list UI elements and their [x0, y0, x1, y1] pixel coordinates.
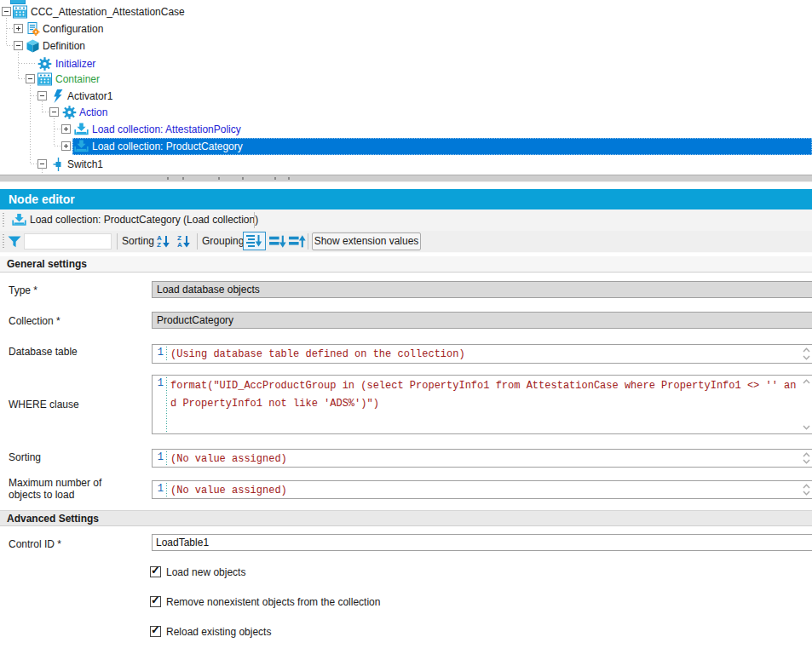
tree-row-root[interactable]: CCC_Attestation_AttestationCase [0, 3, 812, 20]
filter-input[interactable] [24, 233, 112, 250]
tree-row-initializer[interactable]: Initializer [0, 55, 812, 72]
max-objects-field[interactable]: 1 (No value assigned) [152, 480, 812, 499]
separator [117, 233, 118, 250]
sort-down-arrow-icon [163, 236, 170, 248]
panel-splitter[interactable] [0, 175, 812, 182]
tree-node-label: Switch1 [67, 156, 103, 173]
control-id-field[interactable]: LoadTable1 [152, 534, 812, 551]
tree-node-label: Definition [43, 37, 85, 55]
collapse-expander[interactable] [2, 7, 11, 16]
cube-icon [26, 39, 40, 53]
node-editor-tabstrip: Load collection: ProductCategory (Load c… [0, 209, 812, 231]
tree-node-label: Initializer [55, 55, 95, 72]
group-list-icon [245, 234, 262, 248]
advanced-settings-header: Advanced Settings [0, 510, 812, 526]
clipped-tree-row [288, 177, 290, 180]
type-label: Type * [9, 284, 37, 296]
database-table-field[interactable]: 1 (Using database table defined on the c… [152, 344, 812, 364]
load-collection-icon [12, 214, 26, 227]
tree-row-switch1[interactable]: Switch1 [0, 156, 812, 173]
general-settings-header: General settings [0, 256, 812, 273]
load-collection-icon [74, 140, 89, 153]
collapse-expander[interactable] [49, 107, 59, 117]
group-list-button-selected[interactable] [243, 232, 266, 250]
spin-up-icon[interactable] [803, 484, 810, 489]
collapse-expander[interactable] [14, 41, 23, 50]
scroll-up-icon[interactable] [803, 379, 810, 384]
sort-ascending-button[interactable]: AZ [157, 234, 176, 249]
gutter-separator [166, 451, 167, 465]
group-move-up-button[interactable] [288, 234, 306, 249]
toolbar-grip[interactable] [3, 234, 4, 249]
spin-down-icon[interactable] [803, 355, 810, 360]
separator [254, 212, 255, 228]
tree-row-activator1[interactable]: Activator1 [0, 88, 812, 105]
filter-icon[interactable] [8, 236, 21, 248]
database-table-label: Database table [9, 346, 78, 358]
clipped-tree-row [218, 177, 220, 180]
gutter-separator [166, 377, 167, 432]
line-number: 1 [153, 377, 164, 389]
sorting-field[interactable]: 1 (No value assigned) [152, 449, 812, 468]
tree-row-load-attestationpolicy[interactable]: Load collection: AttestationPolicy [0, 121, 812, 138]
tree-row-definition[interactable]: Definition [0, 37, 812, 55]
expand-expander[interactable] [61, 124, 71, 134]
collapse-expander[interactable] [37, 91, 47, 100]
checkbox-label: Remove nonexistent objects from the coll… [166, 596, 380, 608]
separator [308, 233, 308, 250]
collection-field[interactable]: ProductCategory [152, 312, 812, 329]
show-extension-values-button[interactable]: Show extension values [312, 232, 421, 250]
tree-node-label: Container [55, 71, 100, 88]
tree-node-label: Activator1 [67, 88, 112, 105]
type-field[interactable]: Load database objects [152, 281, 812, 298]
sort-descending-button[interactable]: ZA [177, 234, 196, 249]
checkbox-label: Load new objects [166, 566, 245, 578]
spin-down-icon[interactable] [803, 491, 810, 496]
grouping-label: Grouping [202, 231, 244, 252]
tree-node-label: CCC_Attestation_AttestationCase [31, 3, 185, 20]
tab-load-collection[interactable]: Load collection: ProductCategory (Load c… [30, 209, 258, 231]
check-icon: ✓ [151, 594, 160, 606]
group-move-down-button[interactable] [268, 234, 286, 249]
sorting-value[interactable]: (No value assigned) [170, 451, 799, 465]
workflow-tree: CCC_Attestation_AttestationCase Configur… [0, 0, 812, 175]
tree-row-container[interactable]: Container [0, 71, 812, 88]
checkbox-label: Reload existing objects [166, 626, 271, 638]
reload-existing-objects-checkbox[interactable]: ✓ [150, 626, 161, 637]
node-editor-toolbar: Sorting AZ ZA Grouping Show extension va… [0, 231, 812, 253]
remove-nonexistent-objects-checkbox[interactable]: ✓ [150, 596, 161, 607]
clipped-tree-row [242, 177, 244, 180]
switch-icon [51, 158, 66, 171]
max-objects-value[interactable]: (No value assigned) [170, 483, 799, 496]
tree-row-load-productcategory[interactable]: Load collection: ProductCategory [0, 138, 812, 155]
toolbar-grip[interactable] [3, 213, 4, 227]
expand-expander[interactable] [61, 141, 71, 151]
collapse-expander[interactable] [37, 159, 47, 169]
sort-down-arrow-icon [183, 236, 190, 248]
database-table-value[interactable]: (Using database table defined on the col… [170, 347, 799, 361]
where-clause-value[interactable]: format("UID_AccProductGroup in (select P… [170, 377, 799, 432]
where-clause-label: WHERE clause [9, 399, 79, 410]
collection-label: Collection * [9, 315, 60, 327]
load-new-objects-checkbox[interactable]: ✓ [150, 566, 161, 577]
control-id-label: Control ID * [9, 538, 61, 550]
spin-up-icon[interactable] [803, 452, 810, 457]
gutter-separator [166, 483, 167, 496]
gutter-separator [166, 347, 167, 361]
separator [197, 233, 198, 250]
expand-expander[interactable] [14, 24, 23, 33]
max-objects-label: Maximum number of objects to load [9, 477, 136, 501]
collapse-expander[interactable] [26, 74, 35, 83]
tree-row-action[interactable]: Action [0, 104, 812, 121]
configuration-icon [26, 22, 40, 36]
tree-node-label: Load collection: ProductCategory [92, 138, 243, 155]
spin-down-icon[interactable] [803, 459, 810, 464]
node-editor-title: Node editor [0, 189, 812, 209]
tree-row-configuration[interactable]: Configuration [0, 20, 812, 37]
gear-icon [62, 106, 77, 119]
clipped-tree-row [182, 177, 184, 180]
scroll-down-icon[interactable] [803, 425, 810, 430]
sorting-label: Sorting [122, 231, 154, 252]
spin-up-icon[interactable] [803, 347, 810, 353]
where-clause-field[interactable]: 1 format("UID_AccProductGroup in (select… [152, 375, 812, 434]
